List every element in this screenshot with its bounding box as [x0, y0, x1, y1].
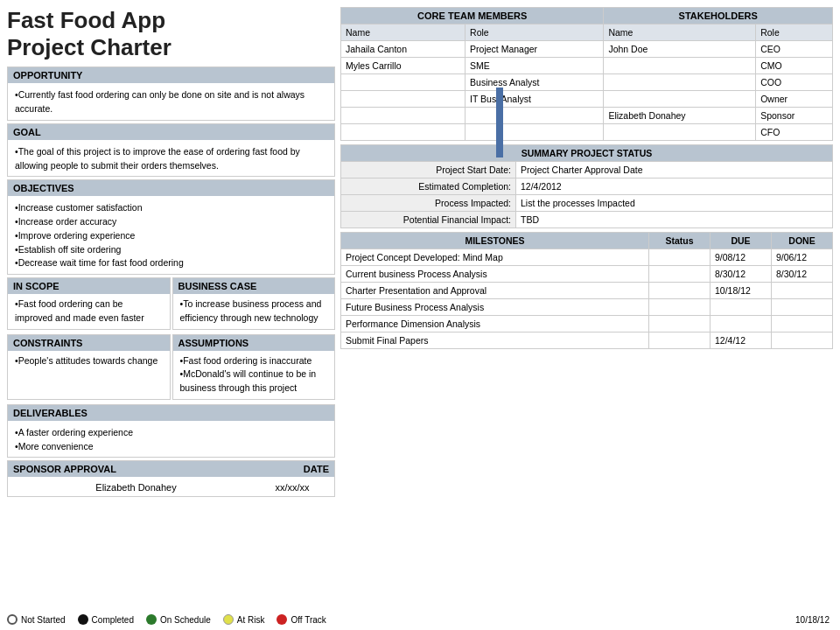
milestone-name-4: Future Business Process Analysis: [341, 299, 649, 316]
milestone-due-6: 12/4/12: [710, 332, 772, 349]
table-row: Estimated Completion: 12/4/2012: [341, 178, 833, 195]
footer-date: 10/18/12: [795, 615, 830, 625]
legend-at-risk: At Risk: [223, 614, 265, 625]
table-row: IT Bus. Analyst Owner: [341, 91, 833, 108]
deliverables-section: DELIVERABLES •A faster ordering experien…: [7, 404, 335, 458]
status-value-1: Project Charter Approval Date: [516, 162, 833, 178]
business-case-header: BUSINESS CASE: [173, 278, 335, 294]
scope-business-row: IN SCOPE •Fast food ordering can be impr…: [7, 277, 335, 332]
milestone-status-6: [649, 332, 710, 349]
table-row: Process Impacted: List the processes Imp…: [341, 195, 833, 212]
status-value-4: TBD: [516, 212, 833, 228]
core-role-5: [466, 108, 604, 124]
status-label-3: Process Impacted:: [341, 195, 516, 212]
stake-name-1: John Doe: [604, 41, 756, 58]
milestones-table: MILESTONES Status DUE DONE Project Conce…: [340, 232, 833, 349]
milestones-due-col: DUE: [710, 233, 772, 249]
milestone-due-2: 8/30/12: [710, 266, 772, 283]
milestone-due-5: [710, 316, 772, 332]
core-role-3: Business Analyst: [466, 74, 604, 91]
milestone-status-3: [649, 283, 710, 299]
not-started-label: Not Started: [21, 615, 66, 625]
opportunity-header: OPPORTUNITY: [8, 67, 334, 83]
milestone-row: Performance Dimension Analysis: [341, 316, 833, 332]
opportunity-section: OPPORTUNITY •Currently fast food orderin…: [7, 66, 335, 121]
summary-status-header: SUMMARY PROJECT STATUS: [341, 145, 833, 162]
milestones-done-col: DONE: [772, 233, 833, 249]
table-row: Myles Carrillo SME CMO: [341, 58, 833, 74]
constraints-content: •People's attitudes towards change: [8, 351, 170, 377]
constraints-section: CONSTRAINTS •People's attitudes towards …: [7, 334, 171, 400]
assumptions-content: •Fast food ordering is inaccurate •McDon…: [173, 351, 335, 399]
milestone-done-6: [772, 332, 833, 349]
constraints-header: CONSTRAINTS: [8, 335, 170, 351]
left-column: Fast Food App Project Charter OPPORTUNIT…: [7, 7, 335, 623]
sponsor-approval-header: SPONSOR APPROVAL: [8, 461, 264, 477]
goal-header: GOAL: [8, 124, 334, 140]
team-stakeholders-table: CORE TEAM MEMBERS STAKEHOLDERS Name Role…: [340, 7, 833, 141]
stake-role-4: Owner: [756, 91, 833, 108]
off-track-label: Off Track: [290, 615, 326, 625]
objectives-content: •Increase customer satisfaction •Increas…: [8, 198, 334, 274]
in-scope-section: IN SCOPE •Fast food ordering can be impr…: [7, 277, 171, 330]
table-row: Jahaila Canton Project Manager John Doe …: [341, 41, 833, 58]
core-name-2: Myles Carrillo: [341, 58, 466, 74]
stake-name-6: [604, 124, 756, 141]
milestone-name-3: Charter Presentation and Approval: [341, 283, 649, 299]
goal-section: GOAL •The goal of this project is to imp…: [7, 123, 335, 178]
core-role-6: [466, 124, 604, 141]
table-row: Elizabeth Donahey Sponsor: [341, 108, 833, 124]
core-role-2: SME: [466, 58, 604, 74]
sponsor-content-row: Elizabeth Donahey xx/xx/xx: [8, 479, 334, 496]
stakeholders-role-col: Role: [756, 24, 833, 41]
assumptions-section: ASSUMPTIONS •Fast food ordering is inacc…: [172, 334, 336, 400]
objectives-section: OBJECTIVES •Increase customer satisfacti…: [7, 179, 335, 275]
title-area: Fast Food App Project Charter: [7, 7, 335, 61]
business-case-section: BUSINESS CASE •To increase business proc…: [172, 277, 336, 330]
milestones-col-header: MILESTONES: [341, 233, 649, 249]
milestone-due-1: 9/08/12: [710, 249, 772, 266]
legend-on-schedule: On Schedule: [146, 614, 211, 625]
core-role-1: Project Manager: [466, 41, 604, 58]
opportunity-content: •Currently fast food ordering can only b…: [8, 85, 334, 120]
sponsor-date: xx/xx/xx: [257, 482, 327, 493]
core-team-header: CORE TEAM MEMBERS: [341, 8, 604, 24]
stake-name-4: [604, 91, 756, 108]
milestone-name-2: Current business Process Analysis: [341, 266, 649, 283]
core-name-5: [341, 108, 466, 124]
stake-role-6: CFO: [756, 124, 833, 141]
not-started-icon: [7, 614, 18, 625]
status-value-2: 12/4/2012: [516, 178, 833, 195]
core-role-4: IT Bus. Analyst: [466, 91, 604, 108]
stake-role-3: COO: [756, 74, 833, 91]
milestone-due-3: 10/18/12: [710, 283, 772, 299]
off-track-icon: [276, 614, 287, 625]
sponsor-name: Elizabeth Donahey: [15, 482, 257, 493]
milestone-done-1: 9/06/12: [772, 249, 833, 266]
stake-name-2: [604, 58, 756, 74]
core-team-name-col: Name: [341, 24, 466, 41]
date-header: DATE: [264, 461, 334, 477]
completed-icon: [78, 614, 88, 625]
stake-role-1: CEO: [756, 41, 833, 58]
goal-content: •The goal of this project is to improve …: [8, 142, 334, 177]
table-row: CFO: [341, 124, 833, 141]
status-label-1: Project Start Date:: [341, 162, 516, 178]
in-scope-header: IN SCOPE: [8, 278, 170, 294]
milestone-name-1: Project Concept Developed: Mind Map: [341, 249, 649, 266]
milestone-status-2: [649, 266, 710, 283]
constraints-assumptions-row: CONSTRAINTS •People's attitudes towards …: [7, 334, 335, 402]
milestone-done-3: [772, 283, 833, 299]
core-team-role-col: Role: [466, 24, 604, 41]
legend-not-started: Not Started: [7, 614, 66, 625]
table-row: Project Start Date: Project Charter Appr…: [341, 162, 833, 178]
in-scope-content: •Fast food ordering can be improved and …: [8, 294, 170, 329]
blue-accent-bar: [496, 88, 503, 158]
core-name-1: Jahaila Canton: [341, 41, 466, 58]
stakeholders-name-col: Name: [604, 24, 756, 41]
milestone-row: Future Business Process Analysis: [341, 299, 833, 316]
deliverables-header: DELIVERABLES: [8, 405, 334, 421]
milestone-due-4: [710, 299, 772, 316]
completed-label: Completed: [92, 615, 134, 625]
summary-status-table: SUMMARY PROJECT STATUS Project Start Dat…: [340, 144, 833, 228]
